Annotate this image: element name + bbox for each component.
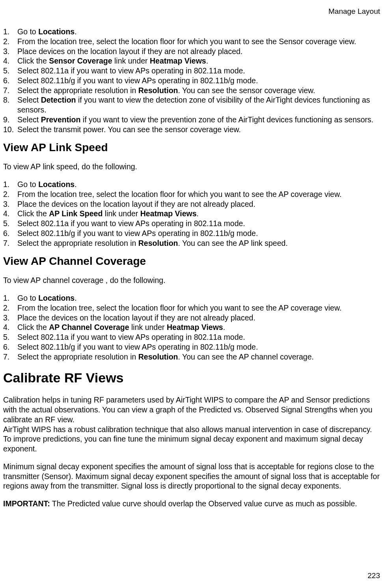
text: . You can see the AP link speed. (178, 239, 288, 247)
text: . (197, 209, 199, 218)
text: . (75, 27, 76, 36)
list-item: From the location tree, select the locat… (3, 303, 381, 313)
bold-text: Locations (38, 294, 75, 302)
list-item: Go to Locations. (3, 180, 381, 189)
paragraph: Minimum signal decay exponent specifies … (3, 462, 381, 491)
text: . (223, 323, 225, 331)
text: Select the appropriate resolution in (17, 352, 138, 361)
text: link under (112, 56, 150, 65)
list-item: Select the appropriate resolution in Res… (3, 86, 381, 96)
bold-text: Locations (38, 180, 75, 189)
bold-text: Heatmap Views (150, 56, 206, 65)
bold-text: AP Channel Coverage (49, 323, 129, 331)
list-item: Select the appropriate resolution in Res… (3, 238, 381, 248)
text: Select the appropriate resolution in (17, 86, 138, 95)
list-item: Select 802.11b/g if you want to view APs… (3, 76, 381, 86)
text: . You can see the AP channel coverage. (178, 352, 314, 361)
intro-paragraph: To view AP channel coverage , do the fol… (3, 275, 381, 285)
bold-text: Resolution (138, 352, 178, 361)
list-item: Go to Locations. (3, 27, 381, 37)
list-item: Place the devices on the location layout… (3, 313, 381, 323)
text: . (75, 180, 76, 189)
list-item: Select the transmit power. You can see t… (3, 125, 381, 135)
text: Go to (17, 27, 38, 36)
bold-text: Resolution (138, 86, 178, 95)
text: if you want to view the prevention zone … (80, 115, 373, 124)
bold-text: Resolution (138, 239, 178, 247)
list-item: From the location tree, select the locat… (3, 189, 381, 199)
heading-ap-link-speed: View AP Link Speed (3, 141, 381, 154)
heading-calibrate-rf-views: Calibrate RF Views (3, 370, 381, 386)
text: Select the appropriate resolution in (17, 239, 138, 247)
text: Select (17, 115, 41, 124)
list-item: Click the AP Channel Coverage link under… (3, 322, 381, 332)
bold-text: AP Link Speed (49, 209, 103, 218)
text: Select (17, 96, 41, 104)
list-item: Select 802.11b/g if you want to view APs… (3, 228, 381, 238)
text: Go to (17, 294, 38, 302)
list-item: Select Detection if you want to view the… (3, 95, 381, 115)
list-item: Click the AP Link Speed link under Heatm… (3, 209, 381, 219)
heading-ap-channel-coverage: View AP Channel Coverage (3, 255, 381, 268)
text: Go to (17, 180, 38, 189)
text: The Predicted value curve should overlap… (50, 499, 357, 508)
list-item: From the location tree, select the locat… (3, 37, 381, 47)
bold-text: Detection (41, 96, 76, 104)
text: link under (129, 323, 167, 331)
text: . (206, 56, 208, 65)
bold-text: Sensor Coverage (49, 56, 112, 65)
bold-text: IMPORTANT: (3, 499, 50, 508)
list-item: Place the devices on the location layout… (3, 199, 381, 209)
bold-text: Locations (38, 27, 75, 36)
text: Click the (17, 56, 49, 65)
list-item: Select 802.11a if you want to view APs o… (3, 219, 381, 228)
text: . You can see the sensor coverage view. (178, 86, 315, 95)
bold-text: Prevention (41, 115, 81, 124)
list-item: Select 802.11b/g if you want to view APs… (3, 342, 381, 352)
text: Click the (17, 209, 49, 218)
paragraph: Calibration helps in tuning RF parameter… (3, 395, 381, 424)
page-header: Manage Layout (3, 7, 381, 16)
list-item: Select Prevention if you want to view th… (3, 115, 381, 125)
important-note: IMPORTANT: The Predicted value curve sho… (3, 499, 381, 509)
list-item: Select 802.11a if you want to view APs o… (3, 332, 381, 342)
intro-paragraph: To view AP link speed, do the following. (3, 162, 381, 172)
page-content: Go to Locations. From the location tree,… (3, 27, 381, 509)
ap-channel-coverage-steps: Go to Locations. From the location tree,… (3, 293, 381, 361)
ap-link-speed-steps: Go to Locations. From the location tree,… (3, 180, 381, 248)
bold-text: Heatmap Views (140, 209, 197, 218)
list-item: Select 802.11a if you want to view APs o… (3, 66, 381, 76)
list-item: Place devices on the location layout if … (3, 47, 381, 56)
page-number: 223 (367, 571, 380, 580)
text: Click the (17, 323, 49, 331)
paragraph: AirTight WIPS has a robust calibration t… (3, 425, 381, 454)
sensor-coverage-steps: Go to Locations. From the location tree,… (3, 27, 381, 134)
text: . (75, 294, 76, 302)
text: link under (103, 209, 140, 218)
list-item: Go to Locations. (3, 293, 381, 303)
list-item: Click the Sensor Coverage link under Hea… (3, 56, 381, 66)
bold-text: Heatmap Views (167, 323, 223, 331)
list-item: Select the appropriate resolution in Res… (3, 352, 381, 362)
